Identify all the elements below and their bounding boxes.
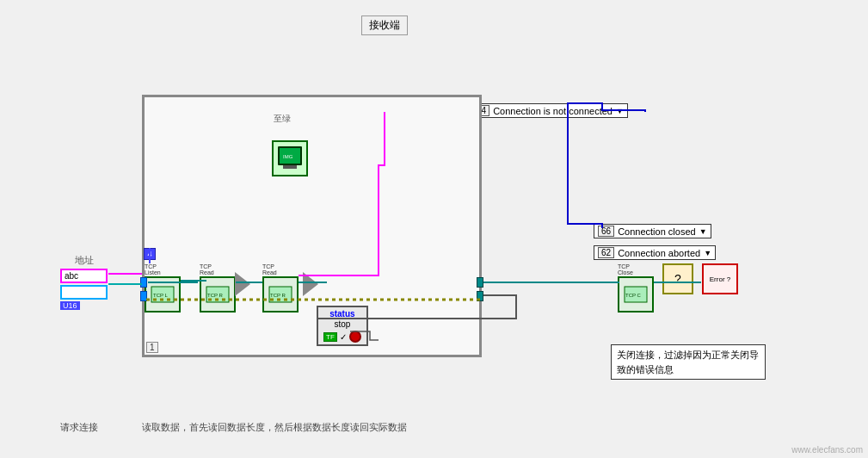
check-symbol: ✓ [340,332,347,342]
tf-badge: TF [323,332,337,342]
tcp-read2-icon: TCP R [268,282,293,307]
shift-reg-left-1 [140,277,147,288]
dropdown-label-3: Connection aborted [618,248,700,258]
dropdown-closed[interactable]: 66 Connection closed ▼ [594,224,711,238]
status-label: status [323,309,361,319]
tcp-listen-top-label: TCPListen [145,263,181,275]
error-block: Error ? [702,263,738,294]
tcp-read2-top-label: TCPRead [262,263,299,275]
port-input[interactable] [60,285,108,300]
stop-label: stop [323,319,361,329]
request-connect-label: 请求连接 [60,421,98,434]
svg-text:TCP R: TCP R [207,293,224,298]
tcp-read1-block: TCP R [200,276,236,313]
address-input[interactable] [60,269,108,283]
title-text: 接收端 [369,19,400,31]
dropdown-not-connected[interactable]: 64 Connection is not connected ▼ [469,103,628,118]
shift-reg-left-2 [140,291,147,301]
dropdown-arrow-2: ▼ [699,227,707,236]
tcp-close-block: TCP C [618,276,654,313]
dropdown-label-1: Connection is not connected [493,106,613,116]
read-data-label: 读取数据，首先读回数据长度，然后根据数据长度读回实际数据 [142,421,407,434]
tcp-close-top-label: TCPClose [618,263,654,275]
help-icon-block: ? [662,263,693,294]
inner-icon-block: IMG [272,140,308,176]
tcp-read1-wrapper: TCPRead TCP R [200,263,236,313]
close-desc-box: 关闭连接，过滤掉因为正常关闭导致的错误信息 [611,344,766,380]
tcp-listen-wrapper: TCPListen TCP L [145,263,181,313]
u16-badge: U16 [60,301,80,310]
inner-label: 至绿 [274,113,291,125]
tcp-read1-top-label: TCPRead [200,263,236,275]
arrow-node-2 [303,272,318,296]
address-section: 地址 U16 [60,254,108,310]
dropdown-label-2: Connection closed [618,226,696,237]
main-canvas: 接收端 64 Connection is not connected ▼ 66 … [0,0,868,458]
svg-text:TCP C: TCP C [625,293,642,298]
display-icon: IMG [276,145,304,172]
tcp-read2-block: TCP R [262,276,299,313]
addr-label: 地址 [60,254,108,267]
svg-text:IMG: IMG [283,154,293,159]
tcp-close-wrapper: TCPClose TCP C [618,263,654,313]
title-box: 接收端 [361,15,408,35]
close-desc-text: 关闭连接，过滤掉因为正常关闭导致的错误信息 [617,350,759,374]
tcp-listen-icon: TCP L [150,282,175,307]
dropdown-arrow-1: ▼ [616,107,624,115]
dropdown-num-3: 62 [598,247,614,258]
tcp-read2-wrapper: TCPRead TCP R [262,263,299,313]
shift-reg-right-2 [477,291,483,301]
watermark: www.elecfans.com [791,445,863,455]
arrow-node-1 [235,272,250,296]
svg-text:TCP L: TCP L [153,293,169,298]
svg-rect-1 [283,165,297,169]
svg-text:TCP R: TCP R [270,293,286,298]
status-section: status stop TF ✓ [317,306,368,346]
dropdown-arrow-3: ▼ [704,249,711,257]
dropdown-aborted[interactable]: 62 Connection aborted ▼ [594,245,716,260]
dropdown-num-2: 66 [598,226,614,237]
loop-iteration: 1 [146,342,158,353]
shift-reg-right-1 [477,277,483,288]
tcp-close-icon: TCP C [623,282,649,307]
loop-frame: 1 至绿 IMG [142,95,482,357]
tcp-listen-block: TCP L [145,276,181,313]
tcp-read1-icon: TCP R [205,282,231,307]
stop-button[interactable] [349,331,361,343]
error-text: Error ? [710,275,730,283]
loop-badge-4: 4 [144,248,156,260]
